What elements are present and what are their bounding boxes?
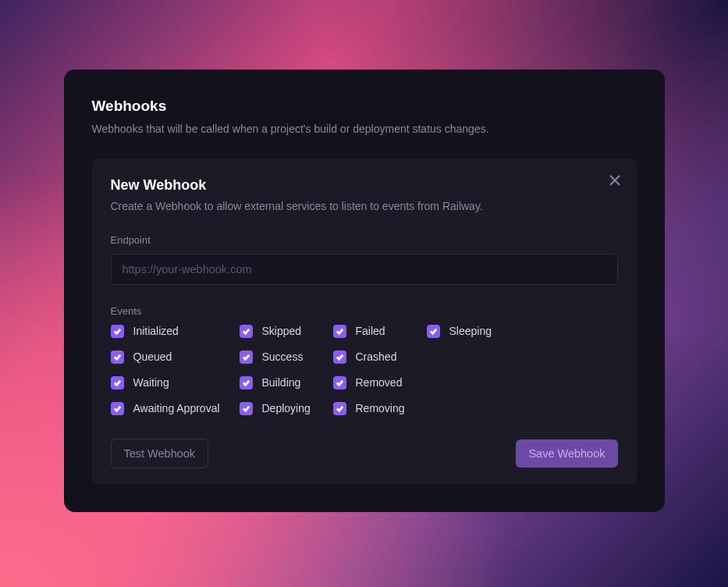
save-webhook-button[interactable]: Save Webhook: [516, 439, 617, 468]
check-icon: [113, 379, 122, 387]
checkbox-queued[interactable]: [111, 350, 124, 364]
test-webhook-button[interactable]: Test Webhook: [111, 439, 209, 468]
page-subtitle: Webhooks that will be called when a proj…: [92, 123, 637, 135]
event-initialized[interactable]: Initialized: [111, 325, 240, 338]
endpoint-label: Endpoint: [111, 234, 618, 246]
new-webhook-panel: New Webhook Create a Webhook to allow ex…: [92, 158, 637, 484]
check-icon: [113, 404, 122, 413]
event-deploying[interactable]: Deploying: [240, 402, 333, 415]
checkbox-removing[interactable]: [333, 402, 346, 415]
check-icon: [242, 379, 250, 387]
event-queued[interactable]: Queued: [111, 350, 240, 364]
checkbox-initialized[interactable]: [111, 325, 124, 338]
event-sleeping[interactable]: Sleeping: [427, 325, 520, 338]
check-icon: [429, 327, 438, 336]
check-icon: [336, 353, 344, 361]
checkbox-label: Deploying: [262, 402, 311, 414]
checkbox-label: Skipped: [262, 325, 302, 337]
checkbox-label: Failed: [356, 325, 385, 337]
event-awaiting-approval[interactable]: Awaiting Approval: [111, 402, 240, 415]
checkbox-label: Crashed: [356, 350, 397, 363]
check-icon: [242, 404, 250, 413]
check-icon: [242, 353, 250, 361]
close-button[interactable]: [605, 171, 624, 190]
checkbox-label: Removing: [356, 402, 405, 414]
panel-title: New Webhook: [111, 177, 618, 194]
event-crashed[interactable]: Crashed: [333, 350, 427, 364]
checkbox-label: Success: [262, 350, 304, 363]
checkbox-label: Awaiting Approval: [133, 402, 220, 414]
checkbox-sleeping[interactable]: [427, 325, 440, 338]
checkbox-label: Sleeping: [449, 325, 492, 337]
checkbox-label: Building: [262, 376, 301, 389]
checkbox-crashed[interactable]: [333, 350, 346, 364]
event-success[interactable]: Success: [240, 350, 333, 364]
check-icon: [113, 353, 122, 361]
checkbox-building[interactable]: [240, 376, 253, 390]
event-building[interactable]: Building: [240, 376, 333, 390]
event-removing[interactable]: Removing: [333, 402, 427, 415]
checkbox-label: Removed: [356, 376, 403, 389]
main-container: Webhooks Webhooks that will be called wh…: [64, 69, 665, 512]
events-grid: Initialized Skipped Failed Sleeping Queu…: [111, 325, 618, 415]
check-icon: [336, 379, 344, 387]
check-icon: [336, 327, 344, 336]
events-label: Events: [111, 305, 618, 317]
event-waiting[interactable]: Waiting: [111, 376, 240, 390]
checkbox-deploying[interactable]: [240, 402, 253, 415]
page-title: Webhooks: [92, 98, 637, 115]
checkbox-success[interactable]: [240, 350, 253, 364]
event-removed[interactable]: Removed: [333, 376, 427, 390]
actions-row: Test Webhook Save Webhook: [111, 439, 618, 468]
checkbox-failed[interactable]: [333, 325, 346, 338]
endpoint-input[interactable]: [111, 254, 618, 285]
checkbox-removed[interactable]: [333, 376, 346, 390]
checkbox-label: Queued: [133, 350, 172, 363]
checkbox-awaiting-approval[interactable]: [111, 402, 124, 415]
event-failed[interactable]: Failed: [333, 325, 427, 338]
event-skipped[interactable]: Skipped: [240, 325, 333, 338]
panel-subtitle: Create a Webhook to allow external servi…: [111, 200, 618, 212]
check-icon: [242, 327, 250, 336]
check-icon: [336, 404, 344, 413]
checkbox-label: Initialized: [133, 325, 179, 337]
close-icon: [609, 175, 620, 186]
checkbox-skipped[interactable]: [240, 325, 253, 338]
checkbox-waiting[interactable]: [111, 376, 124, 390]
checkbox-label: Waiting: [133, 376, 169, 389]
check-icon: [113, 327, 122, 336]
